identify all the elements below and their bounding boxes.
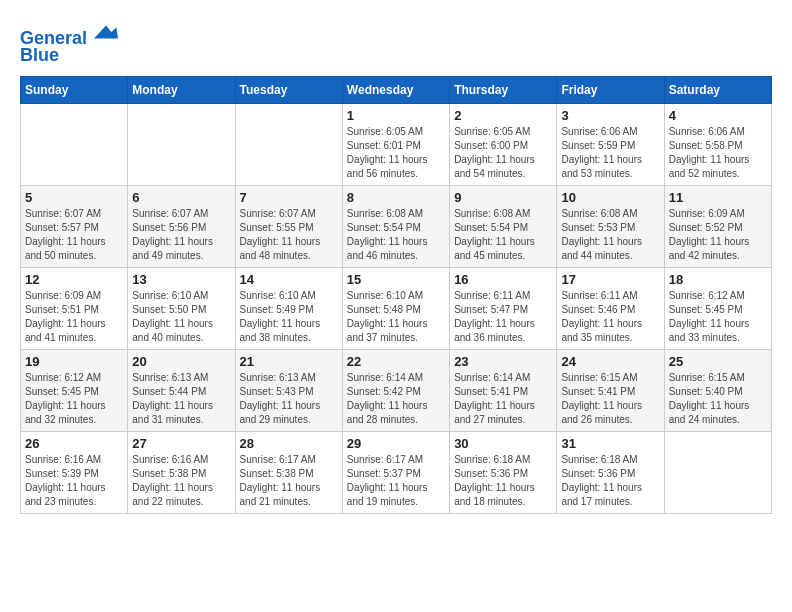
calendar-week-row: 1Sunrise: 6:05 AMSunset: 6:01 PMDaylight… [21,103,772,185]
day-info: Sunrise: 6:12 AMSunset: 5:45 PMDaylight:… [669,289,767,345]
day-info: Sunrise: 6:08 AMSunset: 5:54 PMDaylight:… [454,207,552,263]
day-number: 6 [132,190,230,205]
day-info: Sunrise: 6:11 AMSunset: 5:47 PMDaylight:… [454,289,552,345]
day-info: Sunrise: 6:17 AMSunset: 5:37 PMDaylight:… [347,453,445,509]
calendar-cell: 18Sunrise: 6:12 AMSunset: 5:45 PMDayligh… [664,267,771,349]
logo-icon [94,20,118,44]
day-number: 2 [454,108,552,123]
day-info: Sunrise: 6:13 AMSunset: 5:43 PMDaylight:… [240,371,338,427]
day-number: 1 [347,108,445,123]
weekday-header-monday: Monday [128,76,235,103]
day-number: 17 [561,272,659,287]
calendar-cell: 11Sunrise: 6:09 AMSunset: 5:52 PMDayligh… [664,185,771,267]
weekday-header-thursday: Thursday [450,76,557,103]
calendar-cell: 4Sunrise: 6:06 AMSunset: 5:58 PMDaylight… [664,103,771,185]
day-number: 11 [669,190,767,205]
day-info: Sunrise: 6:13 AMSunset: 5:44 PMDaylight:… [132,371,230,427]
calendar-cell: 1Sunrise: 6:05 AMSunset: 6:01 PMDaylight… [342,103,449,185]
day-info: Sunrise: 6:10 AMSunset: 5:49 PMDaylight:… [240,289,338,345]
day-number: 3 [561,108,659,123]
day-number: 18 [669,272,767,287]
day-info: Sunrise: 6:05 AMSunset: 6:01 PMDaylight:… [347,125,445,181]
page-header: General Blue [20,20,772,66]
calendar-cell: 17Sunrise: 6:11 AMSunset: 5:46 PMDayligh… [557,267,664,349]
day-info: Sunrise: 6:10 AMSunset: 5:48 PMDaylight:… [347,289,445,345]
calendar-cell: 20Sunrise: 6:13 AMSunset: 5:44 PMDayligh… [128,349,235,431]
day-info: Sunrise: 6:06 AMSunset: 5:58 PMDaylight:… [669,125,767,181]
day-number: 28 [240,436,338,451]
weekday-header-saturday: Saturday [664,76,771,103]
day-number: 13 [132,272,230,287]
calendar-cell: 5Sunrise: 6:07 AMSunset: 5:57 PMDaylight… [21,185,128,267]
calendar-table: SundayMondayTuesdayWednesdayThursdayFrid… [20,76,772,514]
day-number: 26 [25,436,123,451]
svg-marker-0 [94,26,118,39]
calendar-cell: 14Sunrise: 6:10 AMSunset: 5:49 PMDayligh… [235,267,342,349]
calendar-cell: 19Sunrise: 6:12 AMSunset: 5:45 PMDayligh… [21,349,128,431]
day-info: Sunrise: 6:10 AMSunset: 5:50 PMDaylight:… [132,289,230,345]
calendar-week-row: 12Sunrise: 6:09 AMSunset: 5:51 PMDayligh… [21,267,772,349]
day-info: Sunrise: 6:09 AMSunset: 5:51 PMDaylight:… [25,289,123,345]
day-number: 23 [454,354,552,369]
day-info: Sunrise: 6:17 AMSunset: 5:38 PMDaylight:… [240,453,338,509]
calendar-cell: 10Sunrise: 6:08 AMSunset: 5:53 PMDayligh… [557,185,664,267]
day-info: Sunrise: 6:14 AMSunset: 5:41 PMDaylight:… [454,371,552,427]
day-info: Sunrise: 6:11 AMSunset: 5:46 PMDaylight:… [561,289,659,345]
day-info: Sunrise: 6:14 AMSunset: 5:42 PMDaylight:… [347,371,445,427]
calendar-cell: 13Sunrise: 6:10 AMSunset: 5:50 PMDayligh… [128,267,235,349]
weekday-header-wednesday: Wednesday [342,76,449,103]
calendar-cell: 8Sunrise: 6:08 AMSunset: 5:54 PMDaylight… [342,185,449,267]
day-info: Sunrise: 6:07 AMSunset: 5:55 PMDaylight:… [240,207,338,263]
calendar-cell: 2Sunrise: 6:05 AMSunset: 6:00 PMDaylight… [450,103,557,185]
day-number: 8 [347,190,445,205]
calendar-cell: 23Sunrise: 6:14 AMSunset: 5:41 PMDayligh… [450,349,557,431]
weekday-header-sunday: Sunday [21,76,128,103]
day-number: 21 [240,354,338,369]
calendar-cell: 24Sunrise: 6:15 AMSunset: 5:41 PMDayligh… [557,349,664,431]
calendar-header: SundayMondayTuesdayWednesdayThursdayFrid… [21,76,772,103]
calendar-week-row: 19Sunrise: 6:12 AMSunset: 5:45 PMDayligh… [21,349,772,431]
day-number: 20 [132,354,230,369]
calendar-cell: 28Sunrise: 6:17 AMSunset: 5:38 PMDayligh… [235,431,342,513]
day-number: 4 [669,108,767,123]
day-number: 14 [240,272,338,287]
logo: General Blue [20,20,118,66]
day-number: 25 [669,354,767,369]
day-number: 24 [561,354,659,369]
day-number: 31 [561,436,659,451]
day-number: 12 [25,272,123,287]
day-info: Sunrise: 6:05 AMSunset: 6:00 PMDaylight:… [454,125,552,181]
day-number: 15 [347,272,445,287]
weekday-header-friday: Friday [557,76,664,103]
day-info: Sunrise: 6:09 AMSunset: 5:52 PMDaylight:… [669,207,767,263]
day-number: 19 [25,354,123,369]
day-number: 7 [240,190,338,205]
day-info: Sunrise: 6:16 AMSunset: 5:38 PMDaylight:… [132,453,230,509]
calendar-cell: 26Sunrise: 6:16 AMSunset: 5:39 PMDayligh… [21,431,128,513]
day-info: Sunrise: 6:18 AMSunset: 5:36 PMDaylight:… [561,453,659,509]
calendar-week-row: 26Sunrise: 6:16 AMSunset: 5:39 PMDayligh… [21,431,772,513]
calendar-cell: 21Sunrise: 6:13 AMSunset: 5:43 PMDayligh… [235,349,342,431]
day-info: Sunrise: 6:16 AMSunset: 5:39 PMDaylight:… [25,453,123,509]
calendar-cell: 15Sunrise: 6:10 AMSunset: 5:48 PMDayligh… [342,267,449,349]
day-number: 16 [454,272,552,287]
calendar-cell: 25Sunrise: 6:15 AMSunset: 5:40 PMDayligh… [664,349,771,431]
day-number: 30 [454,436,552,451]
calendar-cell: 7Sunrise: 6:07 AMSunset: 5:55 PMDaylight… [235,185,342,267]
day-number: 5 [25,190,123,205]
calendar-cell [21,103,128,185]
day-number: 22 [347,354,445,369]
day-number: 10 [561,190,659,205]
calendar-cell: 31Sunrise: 6:18 AMSunset: 5:36 PMDayligh… [557,431,664,513]
calendar-cell [235,103,342,185]
day-info: Sunrise: 6:12 AMSunset: 5:45 PMDaylight:… [25,371,123,427]
calendar-cell: 12Sunrise: 6:09 AMSunset: 5:51 PMDayligh… [21,267,128,349]
day-info: Sunrise: 6:08 AMSunset: 5:53 PMDaylight:… [561,207,659,263]
day-info: Sunrise: 6:07 AMSunset: 5:56 PMDaylight:… [132,207,230,263]
day-number: 9 [454,190,552,205]
calendar-cell: 30Sunrise: 6:18 AMSunset: 5:36 PMDayligh… [450,431,557,513]
weekday-header-tuesday: Tuesday [235,76,342,103]
day-number: 27 [132,436,230,451]
day-info: Sunrise: 6:15 AMSunset: 5:40 PMDaylight:… [669,371,767,427]
weekday-header-row: SundayMondayTuesdayWednesdayThursdayFrid… [21,76,772,103]
